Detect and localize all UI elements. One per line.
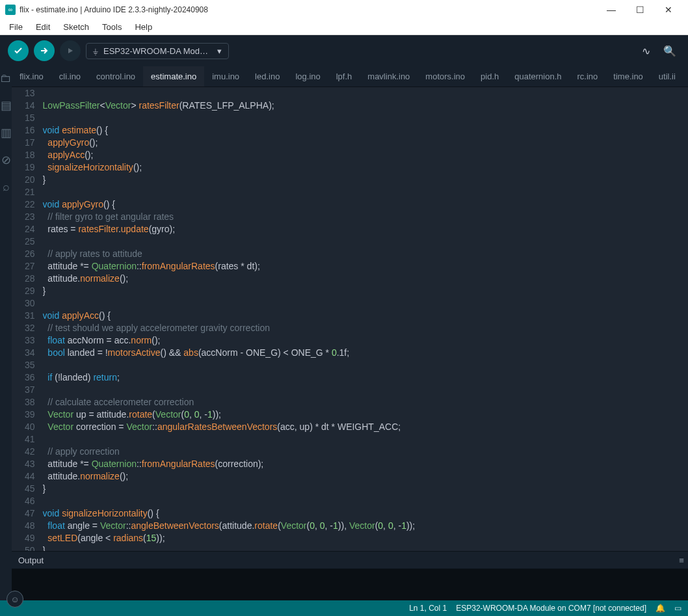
- chevron-down-icon: ▾: [217, 46, 222, 56]
- tab-led-ino[interactable]: led.ino: [247, 66, 287, 87]
- app-icon: ∞: [5, 5, 16, 15]
- notifications-icon[interactable]: 🔔: [655, 604, 665, 613]
- activity-bar: 🗀 ▤ ▥ ⊘ ⌕: [0, 66, 12, 600]
- tab-motors-ino[interactable]: motors.ino: [417, 66, 473, 87]
- title-bar: ∞ flix - estimate.ino | Arduino IDE 2.3.…: [0, 0, 688, 20]
- output-settings-icon[interactable]: ≡: [679, 556, 684, 565]
- search-icon[interactable]: ⌕: [3, 180, 10, 194]
- status-bar: ☺ Ln 1, Col 1 ESP32-WROOM-DA Module on C…: [0, 600, 688, 616]
- tab-imu-ino[interactable]: imu.ino: [204, 66, 247, 87]
- code-editor[interactable]: 1314151617181920212223242526272829303132…: [12, 87, 688, 551]
- tab-util-ii[interactable]: util.ii: [651, 66, 683, 87]
- tab-time-ino[interactable]: time.ino: [605, 66, 651, 87]
- upload-button[interactable]: [34, 40, 55, 61]
- line-gutter: 1314151617181920212223242526272829303132…: [12, 87, 43, 551]
- menu-sketch[interactable]: Sketch: [57, 21, 96, 33]
- output-header[interactable]: Output ≡ 🔒: [12, 551, 688, 569]
- debug-panel-icon[interactable]: ⊘: [1, 153, 11, 167]
- close-panel-icon[interactable]: ▭: [674, 604, 681, 613]
- tab-flix-ino[interactable]: flix.ino: [12, 66, 51, 87]
- verify-button[interactable]: [8, 40, 29, 61]
- tab-overflow[interactable]: ⋯: [683, 66, 688, 87]
- tab-log-ino[interactable]: log.ino: [287, 66, 328, 87]
- code-area[interactable]: LowPassFilter<Vector> ratesFilter(RATES_…: [43, 87, 688, 551]
- toolbar: ⏚ ESP32-WROOM-DA Mod… ▾ ∿ 🔍: [0, 35, 688, 66]
- minimize-button[interactable]: —: [597, 0, 626, 20]
- menu-tools[interactable]: Tools: [96, 21, 128, 33]
- explorer-icon[interactable]: 🗀: [0, 72, 12, 85]
- serial-plotter-button[interactable]: ∿: [638, 42, 654, 60]
- menu-help[interactable]: Help: [128, 21, 159, 33]
- tab-rc-ino[interactable]: rc.ino: [570, 66, 606, 87]
- debug-button[interactable]: [60, 40, 81, 61]
- tab-bar: flix.inocli.inocontrol.inoestimate.inoim…: [12, 66, 688, 87]
- tab-lpf-h[interactable]: lpf.h: [328, 66, 360, 87]
- tab-mavlink-ino[interactable]: mavlink.ino: [360, 66, 417, 87]
- account-icon[interactable]: ☺: [7, 591, 23, 608]
- tab-cli-ino[interactable]: cli.ino: [51, 66, 88, 87]
- output-panel: [12, 569, 688, 600]
- boards-manager-icon[interactable]: ▤: [1, 98, 12, 113]
- tab-quaternion-h[interactable]: quaternion.h: [507, 66, 569, 87]
- tab-pid-h[interactable]: pid.h: [473, 66, 507, 87]
- usb-icon: ⏚: [93, 46, 98, 56]
- close-button[interactable]: ✕: [654, 0, 683, 20]
- board-name: ESP32-WROOM-DA Mod…: [103, 46, 208, 56]
- tab-estimate-ino[interactable]: estimate.ino: [143, 66, 204, 87]
- output-label: Output: [18, 556, 44, 565]
- menu-file[interactable]: File: [3, 21, 29, 33]
- board-selector[interactable]: ⏚ ESP32-WROOM-DA Mod… ▾: [86, 43, 229, 59]
- menu-edit[interactable]: Edit: [29, 21, 57, 33]
- maximize-button[interactable]: ☐: [626, 0, 654, 20]
- serial-monitor-button[interactable]: 🔍: [659, 42, 680, 60]
- cursor-position: Ln 1, Col 1: [409, 604, 447, 613]
- tab-control-ino[interactable]: control.ino: [88, 66, 143, 87]
- library-manager-icon[interactable]: ▥: [1, 126, 12, 140]
- menu-bar: FileEditSketchToolsHelp: [0, 20, 688, 35]
- window-title: flix - estimate.ino | Arduino IDE 2.3.3-…: [20, 5, 597, 14]
- board-status: ESP32-WROOM-DA Module on COM7 [not conne…: [456, 604, 646, 613]
